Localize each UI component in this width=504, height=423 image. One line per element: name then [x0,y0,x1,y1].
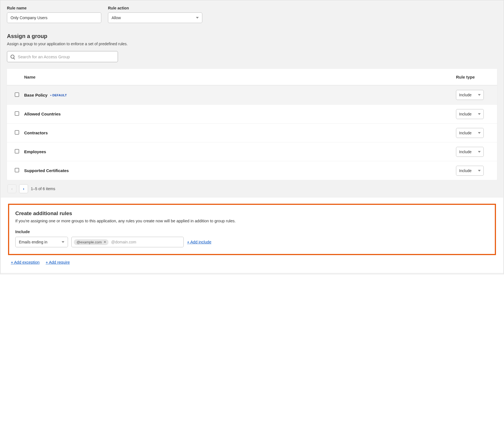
chevron-left-icon: ‹ [11,187,13,191]
pager-next-button[interactable]: › [19,184,28,193]
rule-type-value: Include [459,112,472,116]
rule-name-input[interactable] [7,12,101,23]
search-icon [11,55,14,59]
rule-type-select[interactable]: Include [456,109,484,119]
chevron-down-icon [478,170,481,172]
row-checkbox[interactable] [15,130,19,135]
include-row: Emails ending in @example.com ✕ @domain.… [15,237,489,247]
additional-rules-sub: If you're assigning one or more groups t… [15,219,489,223]
rule-action-label: Rule action [108,6,202,10]
group-search-input[interactable] [17,54,114,59]
pager-text: 1–5 of 6 items [31,187,55,191]
page-container: Rule name Rule action Allow Assign a gro… [0,0,504,274]
rule-type-value: Include [459,168,472,173]
footer-links: + Add exception + Add require [10,260,494,265]
include-selector-value: Emails ending in [19,240,47,244]
row-name-label: Contractors [24,130,48,135]
row-checkbox[interactable] [15,168,19,172]
row-name-label: Allowed Countries [24,112,61,116]
pager-prev-button[interactable]: ‹ [7,184,16,193]
rule-type-value: Include [459,131,472,135]
chevron-down-icon [478,113,481,115]
additional-rules-heading: Create additional rules [15,210,489,216]
chip-text: @example.com [77,240,102,244]
chevron-down-icon [478,132,481,134]
rule-name-field: Rule name [7,6,101,23]
row-name-label: Employees [24,149,46,154]
rule-type-value: Include [459,150,472,154]
rule-type-select[interactable]: Include [456,90,484,100]
include-label: Include [15,229,489,234]
rule-header-row: Rule name Rule action Allow [7,6,497,23]
row-checkbox[interactable] [15,92,19,97]
chip-remove-icon[interactable]: ✕ [104,240,106,244]
chevron-down-icon [196,17,199,19]
row-checkbox[interactable] [15,111,19,116]
default-badge: DEFAULT [50,94,67,97]
table-row: Allowed CountriesInclude [7,104,497,123]
additional-rules-highlight: Create additional rules If you're assign… [8,204,496,255]
rule-action-select[interactable]: Allow [108,12,202,23]
top-panel: Rule name Rule action Allow Assign a gro… [1,1,503,198]
rule-type-value: Include [459,93,472,97]
group-search-box[interactable] [7,51,118,62]
email-domain-chip: @example.com ✕ [74,239,109,245]
rule-type-select[interactable]: Include [456,166,484,176]
chevron-down-icon [478,94,481,96]
include-placeholder: @domain.com [111,240,136,244]
add-require-link[interactable]: + Add require [46,260,70,265]
table-row: Supported CertificatesInclude [7,161,497,180]
pager: ‹ › 1–5 of 6 items [7,180,497,198]
row-checkbox[interactable] [15,149,19,153]
col-type-header: Rule type [456,75,489,79]
chevron-down-icon [62,241,64,243]
add-include-link[interactable]: + Add include [187,240,211,244]
table-header: Name Rule type [7,69,497,85]
assign-group-sub: Assign a group to your application to en… [7,42,497,46]
table-row: EmployeesInclude [7,142,497,161]
assign-group-heading: Assign a group [7,33,497,39]
rule-type-select[interactable]: Include [456,147,484,157]
col-name-header: Name [24,75,456,79]
chevron-down-icon [478,151,481,153]
additional-rules-card: Create additional rules If you're assign… [1,198,503,273]
rule-action-value: Allow [112,16,121,20]
chevron-right-icon: › [23,187,24,191]
include-selector[interactable]: Emails ending in [15,237,68,247]
rule-name-label: Rule name [7,6,101,10]
row-name-label: Supported Certificates [24,168,69,173]
add-exception-link[interactable]: + Add exception [11,260,40,265]
include-value-input[interactable]: @example.com ✕ @domain.com [71,237,184,247]
rule-action-field: Rule action Allow [108,6,202,23]
table-row: Base PolicyDEFAULTInclude [7,85,497,104]
group-table: Name Rule type Base PolicyDEFAULTInclude… [7,69,497,198]
table-row: ContractorsInclude [7,123,497,142]
rule-type-select[interactable]: Include [456,128,484,138]
row-name-label: Base Policy [24,93,47,97]
